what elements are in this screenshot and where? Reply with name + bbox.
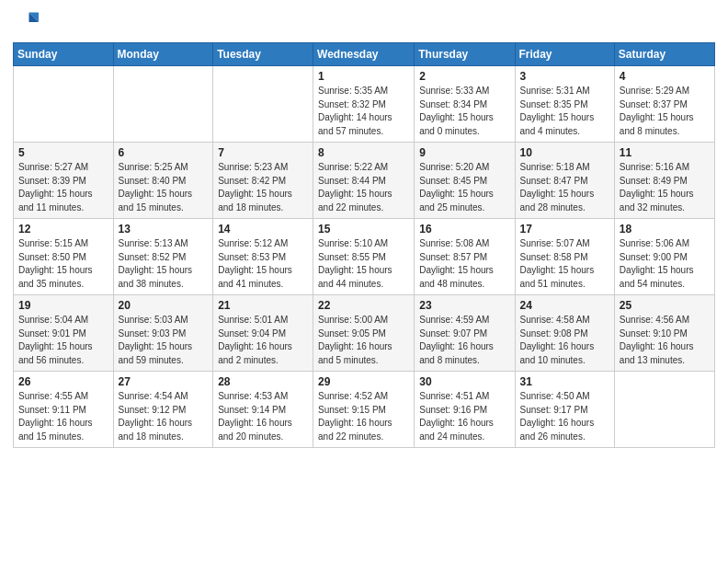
day-number: 6 bbox=[119, 146, 209, 159]
day-info: Sunrise: 5:10 AMSunset: 8:55 PMDaylight:… bbox=[318, 237, 409, 291]
day-number: 1 bbox=[318, 70, 409, 83]
logo-icon bbox=[13, 9, 39, 35]
day-info: Sunrise: 5:23 AMSunset: 8:42 PMDaylight:… bbox=[218, 161, 308, 214]
day-number: 28 bbox=[218, 375, 308, 388]
day-info: Sunrise: 5:16 AMSunset: 8:49 PMDaylight:… bbox=[620, 161, 710, 214]
calendar-week-row: 26Sunrise: 4:55 AMSunset: 9:11 PMDayligh… bbox=[14, 372, 715, 448]
day-number: 5 bbox=[18, 146, 108, 159]
calendar-cell: 15Sunrise: 5:10 AMSunset: 8:55 PMDayligh… bbox=[313, 219, 415, 295]
weekday-header-tuesday: Tuesday bbox=[213, 43, 313, 66]
calendar-cell: 28Sunrise: 4:53 AMSunset: 9:14 PMDayligh… bbox=[213, 372, 313, 448]
calendar-cell bbox=[113, 66, 213, 143]
weekday-header-saturday: Saturday bbox=[614, 43, 714, 66]
day-number: 19 bbox=[18, 299, 108, 312]
page: SundayMondayTuesdayWednesdayThursdayFrid… bbox=[0, 0, 728, 563]
calendar-cell: 5Sunrise: 5:27 AMSunset: 8:39 PMDaylight… bbox=[14, 143, 114, 219]
day-info: Sunrise: 5:27 AMSunset: 8:39 PMDaylight:… bbox=[18, 161, 108, 214]
day-info: Sunrise: 4:58 AMSunset: 9:08 PMDaylight:… bbox=[520, 314, 609, 367]
calendar-cell bbox=[213, 66, 313, 143]
day-info: Sunrise: 4:52 AMSunset: 9:15 PMDaylight:… bbox=[318, 390, 409, 443]
calendar-cell: 9Sunrise: 5:20 AMSunset: 8:45 PMDaylight… bbox=[415, 143, 515, 219]
header bbox=[13, 9, 715, 35]
day-number: 16 bbox=[419, 223, 509, 236]
calendar-cell: 14Sunrise: 5:12 AMSunset: 8:53 PMDayligh… bbox=[213, 219, 313, 295]
calendar-cell: 17Sunrise: 5:07 AMSunset: 8:58 PMDayligh… bbox=[515, 219, 614, 295]
weekday-header-monday: Monday bbox=[113, 43, 213, 66]
day-info: Sunrise: 5:31 AMSunset: 8:35 PMDaylight:… bbox=[520, 85, 609, 138]
day-info: Sunrise: 4:59 AMSunset: 9:07 PMDaylight:… bbox=[419, 314, 509, 367]
day-number: 17 bbox=[520, 223, 609, 236]
day-info: Sunrise: 5:00 AMSunset: 9:05 PMDaylight:… bbox=[318, 314, 409, 367]
calendar-week-row: 1Sunrise: 5:35 AMSunset: 8:32 PMDaylight… bbox=[14, 66, 715, 143]
day-info: Sunrise: 5:15 AMSunset: 8:50 PMDaylight:… bbox=[18, 237, 108, 291]
day-info: Sunrise: 5:06 AMSunset: 9:00 PMDaylight:… bbox=[620, 237, 710, 291]
calendar-cell: 22Sunrise: 5:00 AMSunset: 9:05 PMDayligh… bbox=[313, 295, 415, 372]
calendar-cell: 30Sunrise: 4:51 AMSunset: 9:16 PMDayligh… bbox=[415, 372, 515, 448]
calendar-cell: 10Sunrise: 5:18 AMSunset: 8:47 PMDayligh… bbox=[515, 143, 614, 219]
day-info: Sunrise: 5:12 AMSunset: 8:53 PMDaylight:… bbox=[218, 237, 308, 291]
logo bbox=[13, 9, 42, 35]
day-number: 15 bbox=[318, 223, 409, 236]
day-info: Sunrise: 4:56 AMSunset: 9:10 PMDaylight:… bbox=[620, 314, 710, 367]
day-number: 30 bbox=[419, 375, 509, 388]
day-number: 12 bbox=[18, 223, 108, 236]
day-number: 11 bbox=[620, 146, 710, 159]
day-info: Sunrise: 5:18 AMSunset: 8:47 PMDaylight:… bbox=[520, 161, 609, 214]
day-info: Sunrise: 5:22 AMSunset: 8:44 PMDaylight:… bbox=[318, 161, 409, 214]
calendar-cell: 12Sunrise: 5:15 AMSunset: 8:50 PMDayligh… bbox=[14, 219, 114, 295]
calendar-cell: 26Sunrise: 4:55 AMSunset: 9:11 PMDayligh… bbox=[14, 372, 114, 448]
calendar-cell: 7Sunrise: 5:23 AMSunset: 8:42 PMDaylight… bbox=[213, 143, 313, 219]
calendar-cell: 3Sunrise: 5:31 AMSunset: 8:35 PMDaylight… bbox=[515, 66, 614, 143]
day-number: 21 bbox=[218, 299, 308, 312]
day-number: 20 bbox=[119, 299, 209, 312]
calendar-cell: 16Sunrise: 5:08 AMSunset: 8:57 PMDayligh… bbox=[415, 219, 515, 295]
day-info: Sunrise: 5:35 AMSunset: 8:32 PMDaylight:… bbox=[318, 85, 409, 138]
day-info: Sunrise: 5:01 AMSunset: 9:04 PMDaylight:… bbox=[218, 314, 308, 367]
day-info: Sunrise: 5:08 AMSunset: 8:57 PMDaylight:… bbox=[419, 237, 509, 291]
calendar-cell bbox=[14, 66, 114, 143]
day-number: 22 bbox=[318, 299, 409, 312]
day-info: Sunrise: 5:07 AMSunset: 8:58 PMDaylight:… bbox=[520, 237, 609, 291]
day-info: Sunrise: 5:04 AMSunset: 9:01 PMDaylight:… bbox=[18, 314, 108, 367]
day-number: 27 bbox=[119, 375, 209, 388]
day-number: 18 bbox=[620, 223, 710, 236]
calendar-week-row: 12Sunrise: 5:15 AMSunset: 8:50 PMDayligh… bbox=[14, 219, 715, 295]
day-number: 29 bbox=[318, 375, 409, 388]
day-info: Sunrise: 4:53 AMSunset: 9:14 PMDaylight:… bbox=[218, 390, 308, 443]
day-number: 2 bbox=[419, 70, 509, 83]
weekday-header-wednesday: Wednesday bbox=[313, 43, 415, 66]
day-info: Sunrise: 5:13 AMSunset: 8:52 PMDaylight:… bbox=[119, 237, 209, 291]
calendar-cell: 25Sunrise: 4:56 AMSunset: 9:10 PMDayligh… bbox=[614, 295, 714, 372]
day-number: 13 bbox=[119, 223, 209, 236]
calendar-table: SundayMondayTuesdayWednesdayThursdayFrid… bbox=[13, 42, 715, 448]
day-number: 31 bbox=[520, 375, 609, 388]
calendar-cell: 21Sunrise: 5:01 AMSunset: 9:04 PMDayligh… bbox=[213, 295, 313, 372]
calendar-week-row: 5Sunrise: 5:27 AMSunset: 8:39 PMDaylight… bbox=[14, 143, 715, 219]
day-number: 3 bbox=[520, 70, 609, 83]
day-info: Sunrise: 5:29 AMSunset: 8:37 PMDaylight:… bbox=[620, 85, 710, 138]
calendar-cell: 1Sunrise: 5:35 AMSunset: 8:32 PMDaylight… bbox=[313, 66, 415, 143]
calendar-cell: 11Sunrise: 5:16 AMSunset: 8:49 PMDayligh… bbox=[614, 143, 714, 219]
calendar-cell bbox=[614, 372, 714, 448]
calendar-cell: 18Sunrise: 5:06 AMSunset: 9:00 PMDayligh… bbox=[614, 219, 714, 295]
calendar-cell: 8Sunrise: 5:22 AMSunset: 8:44 PMDaylight… bbox=[313, 143, 415, 219]
calendar-cell: 29Sunrise: 4:52 AMSunset: 9:15 PMDayligh… bbox=[313, 372, 415, 448]
calendar-cell: 13Sunrise: 5:13 AMSunset: 8:52 PMDayligh… bbox=[113, 219, 213, 295]
calendar-cell: 19Sunrise: 5:04 AMSunset: 9:01 PMDayligh… bbox=[14, 295, 114, 372]
weekday-header-friday: Friday bbox=[515, 43, 614, 66]
day-number: 23 bbox=[419, 299, 509, 312]
calendar-cell: 24Sunrise: 4:58 AMSunset: 9:08 PMDayligh… bbox=[515, 295, 614, 372]
calendar-cell: 31Sunrise: 4:50 AMSunset: 9:17 PMDayligh… bbox=[515, 372, 614, 448]
day-number: 25 bbox=[620, 299, 710, 312]
day-info: Sunrise: 5:33 AMSunset: 8:34 PMDaylight:… bbox=[419, 85, 509, 138]
calendar-week-row: 19Sunrise: 5:04 AMSunset: 9:01 PMDayligh… bbox=[14, 295, 715, 372]
calendar-cell: 4Sunrise: 5:29 AMSunset: 8:37 PMDaylight… bbox=[614, 66, 714, 143]
day-info: Sunrise: 5:25 AMSunset: 8:40 PMDaylight:… bbox=[119, 161, 209, 214]
day-number: 7 bbox=[218, 146, 308, 159]
calendar-cell: 6Sunrise: 5:25 AMSunset: 8:40 PMDaylight… bbox=[113, 143, 213, 219]
calendar-cell: 27Sunrise: 4:54 AMSunset: 9:12 PMDayligh… bbox=[113, 372, 213, 448]
calendar-cell: 2Sunrise: 5:33 AMSunset: 8:34 PMDaylight… bbox=[415, 66, 515, 143]
day-number: 14 bbox=[218, 223, 308, 236]
day-number: 10 bbox=[520, 146, 609, 159]
weekday-header-thursday: Thursday bbox=[415, 43, 515, 66]
